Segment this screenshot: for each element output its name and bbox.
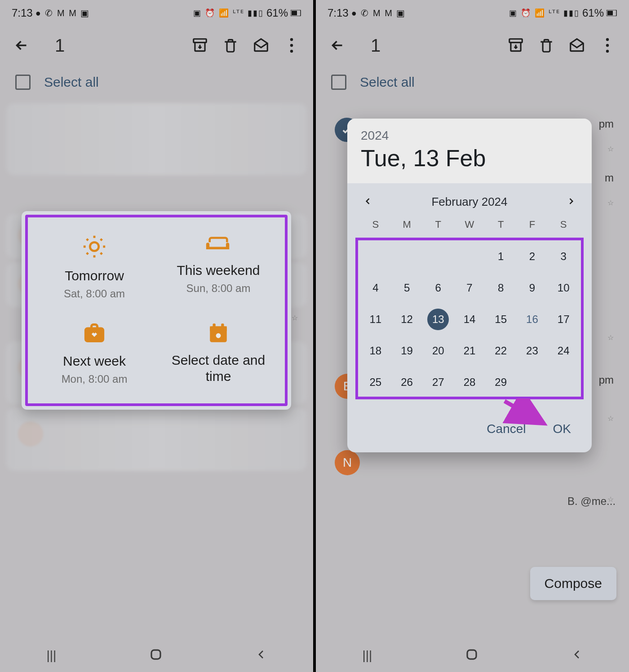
battery-icon	[291, 10, 301, 16]
date-picker-year[interactable]: 2024	[361, 128, 578, 143]
option-title: Tomorrow	[65, 268, 124, 284]
snooze-next-week[interactable]: Next week Mon, 8:00 am	[32, 313, 156, 401]
calendar-day[interactable]: 14	[454, 309, 485, 329]
option-title: Select date and time	[159, 352, 278, 385]
date-picker-dialog: 2024 Tue, 13 Feb February 2024 S M T W T…	[347, 119, 592, 452]
calendar-day[interactable]: 10	[548, 278, 579, 298]
calendar-day[interactable]: 11	[360, 309, 391, 329]
snooze-select-date-time[interactable]: Select date and time	[156, 313, 280, 401]
svg-rect-15	[607, 11, 613, 15]
calendar-day[interactable]: 27	[422, 372, 454, 392]
nav-home[interactable]	[465, 648, 478, 663]
svg-point-6	[90, 242, 98, 251]
nav-back[interactable]	[571, 648, 582, 663]
calendar-day[interactable]: 17	[548, 309, 579, 329]
calendar-day[interactable]: 23	[517, 341, 548, 361]
back-button[interactable]	[11, 35, 32, 56]
delete-button[interactable]	[536, 35, 557, 56]
svg-point-5	[290, 50, 293, 53]
star-icon: ☆	[607, 414, 614, 423]
date-picker-date: Tue, 13 Feb	[361, 145, 578, 172]
calendar-day[interactable]: 25	[360, 372, 391, 392]
left-screenshot: 7:13 ● ✆ M M ▣ ▣ ⏰ 📶 ᴸᵀᴱ ▮▮▯ 61% 1 Selec…	[0, 0, 313, 672]
star-icon: ☆	[607, 145, 614, 153]
calendar-day[interactable]: 3	[548, 247, 579, 266]
archive-button[interactable]	[189, 35, 211, 56]
overflow-menu-button[interactable]	[597, 35, 618, 56]
prev-month-button[interactable]	[363, 195, 372, 209]
archive-button[interactable]	[505, 35, 527, 56]
calendar-day[interactable]: 19	[391, 341, 423, 361]
status-bar: 7:13 ● ✆ M M ▣ ▣ ⏰ 📶 ᴸᵀᴱ ▮▮▯ 61%	[0, 0, 313, 26]
ok-button[interactable]: OK	[553, 422, 571, 436]
svg-point-12	[216, 333, 221, 338]
select-all-row[interactable]: Select all	[0, 65, 313, 100]
calendar-day[interactable]: 2	[517, 247, 548, 266]
selection-count: 1	[55, 35, 65, 56]
date-picker-header[interactable]: 2024 Tue, 13 Feb	[347, 119, 592, 183]
email-row-blurred	[6, 408, 307, 471]
svg-rect-9	[210, 326, 227, 331]
calendar-day[interactable]: 20	[422, 341, 454, 361]
calendar-day[interactable]: 5	[391, 278, 423, 298]
compose-button[interactable]: Compose	[530, 567, 616, 600]
status-icons-right: ▣ ⏰ 📶 ᴸᵀᴱ ▮▮▯	[509, 8, 580, 18]
status-icons-left: ● ✆ M M ▣	[351, 8, 406, 18]
option-subtitle: Sun, 8:00 am	[186, 282, 251, 295]
calendar-day[interactable]: 18	[360, 341, 391, 361]
calendar-day[interactable]: 1	[485, 247, 517, 266]
calendar-day[interactable]: 6	[422, 278, 454, 298]
calendar-day[interactable]: 4	[360, 278, 391, 298]
svg-rect-20	[467, 650, 476, 659]
status-battery-pct: 61%	[582, 7, 604, 19]
nav-recents[interactable]: |||	[363, 648, 372, 663]
nav-back[interactable]	[256, 648, 266, 663]
overflow-menu-button[interactable]	[281, 35, 302, 56]
nav-home[interactable]	[149, 648, 163, 663]
select-all-row[interactable]: Select all	[316, 65, 629, 100]
selection-count: 1	[371, 35, 381, 56]
calendar-day[interactable]: 8	[485, 278, 517, 298]
select-all-label: Select all	[360, 75, 415, 90]
calendar-day[interactable]: 13	[422, 309, 454, 329]
calendar-day[interactable]: 26	[391, 372, 423, 392]
svg-rect-16	[509, 39, 523, 43]
calendar-day[interactable]: 15	[485, 309, 517, 329]
next-month-button[interactable]	[567, 195, 576, 209]
snooze-tomorrow[interactable]: Tomorrow Sat, 8:00 am	[32, 225, 156, 313]
snooze-this-weekend[interactable]: This weekend Sun, 8:00 am	[156, 225, 280, 313]
nav-recents[interactable]: |||	[47, 648, 57, 663]
option-title: This weekend	[177, 262, 260, 279]
calendar-day[interactable]: 16	[517, 309, 548, 329]
back-button[interactable]	[327, 35, 348, 56]
svg-rect-1	[292, 11, 297, 15]
sun-icon	[81, 234, 107, 261]
calendar-day[interactable]: 28	[454, 372, 485, 392]
avatar: N	[335, 450, 360, 475]
status-time: 7:13	[328, 7, 349, 19]
select-all-checkbox[interactable]	[331, 75, 346, 90]
mark-read-button[interactable]	[250, 35, 272, 56]
calendar-day[interactable]: 22	[485, 341, 517, 361]
calendar-day[interactable]: 21	[454, 341, 485, 361]
calendar-day	[422, 247, 454, 266]
mark-read-button[interactable]	[566, 35, 588, 56]
calendar-day[interactable]: 7	[454, 278, 485, 298]
delete-button[interactable]	[220, 35, 241, 56]
status-bar: 7:13 ● ✆ M M ▣ ▣ ⏰ 📶 ᴸᵀᴱ ▮▮▯ 61%	[316, 0, 629, 26]
svg-rect-2	[194, 39, 207, 43]
star-icon: ☆	[607, 333, 614, 342]
select-all-checkbox[interactable]	[15, 75, 31, 90]
annotation-highlight: Tomorrow Sat, 8:00 am This weekend Sun, …	[25, 215, 288, 406]
calendar-day[interactable]: 9	[517, 278, 548, 298]
svg-rect-11	[221, 323, 224, 328]
calendar-day[interactable]: 29	[485, 372, 517, 392]
email-time: m	[605, 172, 614, 184]
status-time: 7:13	[12, 7, 33, 19]
snooze-dialog: Tomorrow Sat, 8:00 am This weekend Sun, …	[22, 211, 291, 410]
toolbar: 1	[0, 26, 313, 65]
calendar-day[interactable]: 12	[391, 309, 423, 329]
calendar-day[interactable]: 24	[548, 341, 579, 361]
email-row-blurred	[6, 103, 307, 175]
status-icons-left: ● ✆ M M ▣	[35, 8, 90, 18]
